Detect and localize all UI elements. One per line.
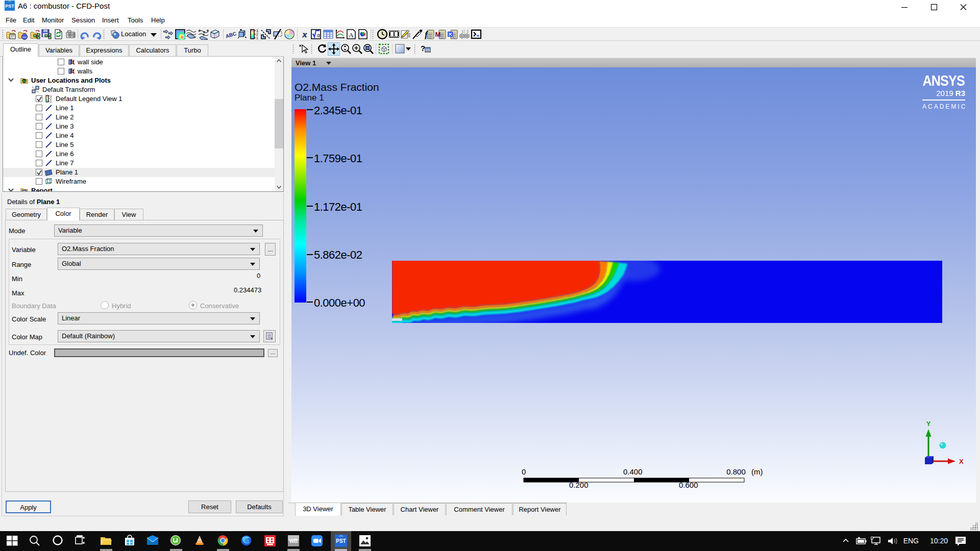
svg-text:?: ?	[421, 44, 425, 53]
svg-text:1: 1	[461, 29, 464, 34]
svg-text:(m): (m)	[751, 467, 763, 476]
svg-text:0.400: 0.400	[623, 467, 643, 476]
svg-text:0: 0	[522, 467, 526, 476]
svg-text:0.600: 0.600	[679, 481, 698, 488]
svg-text:M: M	[435, 31, 440, 38]
svg-text:PST: PST	[5, 4, 14, 9]
svg-text:1: 1	[50, 100, 52, 103]
svg-text:2: 2	[256, 33, 258, 36]
svg-text:Y: Y	[926, 420, 931, 428]
svg-text:A: A	[349, 31, 354, 39]
svg-text:2: 2	[467, 29, 469, 34]
svg-text:WB: WB	[289, 538, 298, 544]
svg-text:3: 3	[256, 29, 258, 33]
svg-text:PST: PST	[336, 538, 346, 544]
svg-text:X: X	[959, 458, 964, 465]
svg-text:ABC: ABC	[225, 31, 236, 39]
svg-text:α: α	[317, 33, 320, 38]
svg-text:1: 1	[256, 36, 258, 40]
svg-text:x: x	[302, 30, 307, 39]
svg-text:0.800: 0.800	[726, 467, 746, 476]
svg-text:0.200: 0.200	[569, 481, 589, 488]
